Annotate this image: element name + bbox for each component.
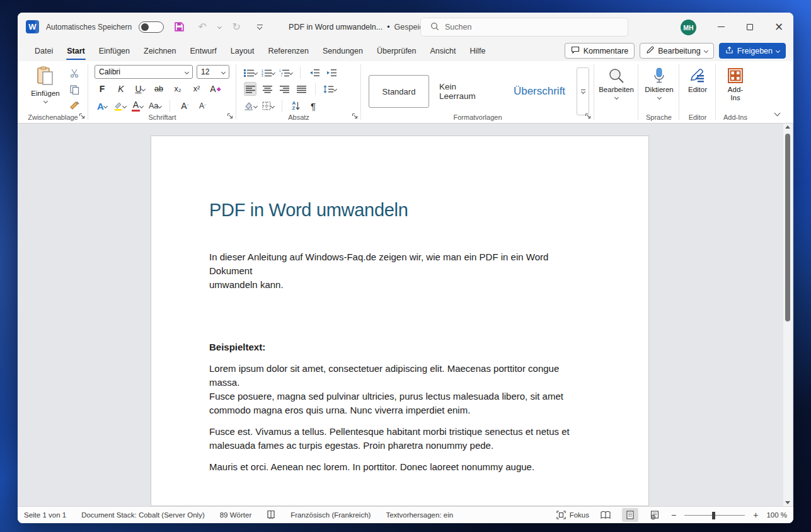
copy-icon[interactable] [68, 83, 81, 96]
align-right-button[interactable] [278, 82, 290, 96]
document-page[interactable]: PDF in Word umwandeln In dieser Anleitun… [151, 136, 649, 506]
proofing-status-icon[interactable] [267, 510, 275, 521]
print-layout-button[interactable] [622, 508, 638, 522]
font-family-select[interactable]: Calibri [95, 65, 193, 79]
share-button[interactable]: Freigeben [719, 43, 786, 59]
text-predictions-status[interactable]: Textvorhersagen: ein [386, 511, 453, 519]
focus-icon [556, 511, 566, 519]
undo-chevron-icon[interactable] [217, 25, 222, 29]
pilcrow-button[interactable]: ¶ [307, 99, 319, 113]
underline-button[interactable]: U [134, 82, 146, 96]
zoom-slider-thumb[interactable] [712, 512, 715, 519]
zoom-level[interactable]: 100 % [766, 511, 787, 519]
style-ueberschrift[interactable]: Überschrift [505, 75, 574, 108]
align-left-button[interactable] [244, 82, 256, 96]
scroll-up-icon[interactable] [785, 125, 790, 129]
strikethrough-button[interactable]: ab [152, 82, 165, 96]
font-color-button[interactable]: A [131, 99, 144, 113]
page-count[interactable]: Seite 1 von 1 [24, 511, 66, 519]
undo-icon[interactable]: ↶ [194, 19, 210, 35]
document-title[interactable]: PDF in Word umwandeln... [289, 23, 382, 32]
collapse-ribbon-icon[interactable] [775, 110, 779, 118]
clipboard-dialog-launcher-icon[interactable] [79, 113, 85, 120]
tab-entwurf[interactable]: Entwurf [183, 41, 223, 61]
shrink-font-button[interactable]: Aˇ [196, 99, 209, 113]
clear-formatting-button[interactable]: A◆ [209, 82, 222, 96]
subscript-button[interactable]: x₂ [171, 82, 184, 96]
document-paragraph-fusce[interactable]: Fusce est. Vivamus a tellus. Pellentesqu… [209, 425, 590, 453]
document-paragraph-lorem[interactable]: Lorem ipsum dolor sit amet, consectetuer… [209, 362, 590, 417]
paste-button[interactable]: Einfügen [26, 61, 64, 103]
line-spacing-button[interactable] [323, 82, 336, 96]
zoom-in-button[interactable]: + [753, 510, 758, 520]
bullet-list-button[interactable] [244, 66, 257, 79]
numbered-list-button[interactable]: 123 [262, 66, 275, 79]
change-case-button[interactable]: Aa [149, 99, 161, 113]
document-paragraph-mauris[interactable]: Mauris et orci. Aenean nec lorem. In por… [209, 460, 590, 474]
autosave-toggle[interactable] [139, 21, 164, 33]
borders-button[interactable] [262, 99, 274, 113]
style-kein-leerraum[interactable]: Kein Leerraum [432, 75, 502, 108]
format-painter-icon[interactable] [68, 99, 81, 113]
close-button[interactable]: × [764, 13, 793, 41]
word-app-icon[interactable]: W [26, 20, 39, 33]
italic-button[interactable]: K [115, 82, 127, 96]
paragraph-dialog-launcher-icon[interactable] [352, 113, 358, 120]
cut-icon[interactable] [68, 66, 81, 80]
minimize-button[interactable] [706, 13, 735, 41]
zoom-slider[interactable] [684, 515, 745, 516]
document-paragraph-intro[interactable]: In dieser Anleitung auf Windows-Faq.de z… [209, 250, 590, 292]
superscript-button[interactable]: x² [190, 82, 203, 96]
document-sample-label[interactable]: Beispieltext: [209, 340, 590, 354]
font-size-select[interactable]: 12 [197, 65, 229, 79]
multilevel-list-button[interactable]: 1ai [279, 66, 292, 79]
increase-indent-button[interactable] [325, 66, 338, 79]
tab-zeichnen[interactable]: Zeichnen [137, 41, 183, 61]
editing-dropdown-button[interactable]: Bearbeiten [597, 62, 635, 99]
focus-mode-button[interactable]: Fokus [556, 511, 589, 519]
style-standard[interactable]: Standard [369, 75, 429, 108]
addins-button[interactable]: Add- Ins [716, 62, 754, 102]
sort-button[interactable]: AZ [290, 99, 302, 113]
scrollbar-thumb[interactable] [785, 134, 790, 321]
web-layout-button[interactable] [647, 508, 663, 522]
tab-layout[interactable]: Layout [224, 41, 262, 61]
redo-icon[interactable]: ↻ [228, 19, 244, 35]
shading-button[interactable] [244, 99, 257, 113]
grow-font-button[interactable]: Aˆ [178, 99, 191, 113]
save-icon[interactable] [171, 19, 187, 35]
editing-mode-button[interactable]: Bearbeitung [640, 43, 713, 59]
vertical-scrollbar[interactable] [783, 124, 792, 506]
comments-button[interactable]: Kommentare [565, 43, 635, 59]
styles-gallery-more-button[interactable] [577, 67, 589, 115]
tab-referenzen[interactable]: Referenzen [261, 41, 316, 61]
zoom-out-button[interactable]: − [671, 510, 676, 520]
bold-button[interactable]: F [96, 82, 108, 96]
language-status[interactable]: Französisch (Frankreich) [290, 511, 371, 519]
decrease-indent-button[interactable] [308, 66, 321, 79]
tab-start[interactable]: Start [60, 41, 91, 61]
search-input[interactable]: Suchen [420, 18, 628, 37]
scroll-down-icon[interactable] [785, 501, 790, 504]
text-effects-button[interactable]: A [96, 99, 108, 113]
dictate-button[interactable]: Diktieren [640, 62, 678, 99]
tab-ansicht[interactable]: Ansicht [423, 41, 463, 61]
align-center-button[interactable] [261, 82, 273, 96]
editor-button[interactable]: Editor [679, 62, 716, 94]
read-mode-button[interactable] [597, 508, 614, 522]
styles-dialog-launcher-icon[interactable] [585, 113, 591, 120]
document-heading[interactable]: PDF in Word umwandeln [209, 199, 590, 221]
tab-einfuegen[interactable]: Einfügen [92, 41, 137, 61]
word-count[interactable]: 89 Wörter [220, 511, 252, 519]
customize-quick-access-icon[interactable] [251, 19, 268, 35]
document-stack-status[interactable]: Document Stack: Cobalt (Server Only) [81, 511, 205, 519]
maximize-button[interactable] [735, 13, 764, 41]
font-dialog-launcher-icon[interactable] [227, 113, 233, 120]
tab-ueberpruefen[interactable]: Überprüfen [370, 41, 423, 61]
tab-hilfe[interactable]: Hilfe [463, 41, 493, 61]
highlight-button[interactable] [113, 99, 126, 113]
tab-datei[interactable]: Datei [28, 41, 60, 61]
tab-sendungen[interactable]: Sendungen [316, 41, 370, 61]
justify-button[interactable] [295, 82, 308, 96]
account-avatar[interactable]: MH [681, 20, 696, 35]
